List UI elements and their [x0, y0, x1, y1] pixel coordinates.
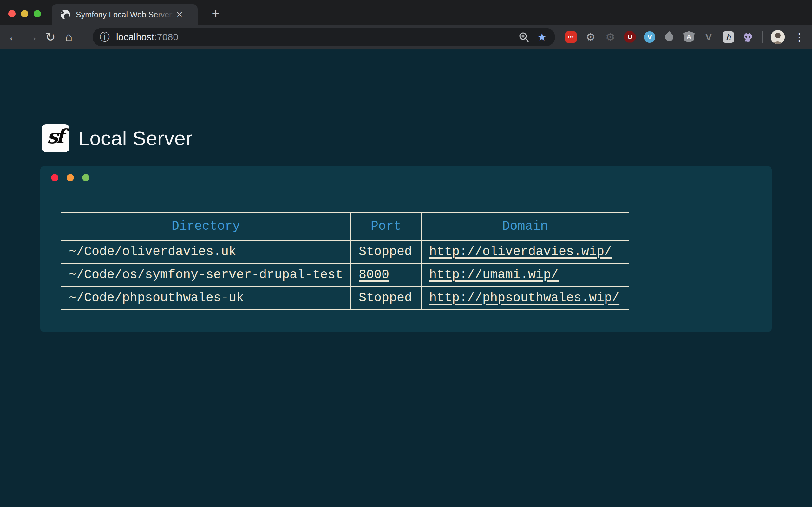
panel-dot-orange [67, 174, 74, 181]
window-zoom-button[interactable] [34, 10, 41, 17]
terminal-panel: Directory Port Domain ~/Code/oliverdavie… [40, 166, 772, 332]
address-bar[interactable]: ⓘ localhost:7080 ★ [93, 28, 555, 46]
github-extension-icon[interactable] [742, 32, 754, 43]
vue-extension-icon[interactable]: V [703, 32, 714, 43]
window-close-button[interactable] [8, 10, 15, 17]
port-status-cell: Stopped [351, 286, 421, 309]
table-row: ~/Code/oliverdavies.uk Stopped http://ol… [61, 240, 629, 263]
domain-link[interactable]: http://umami.wip/ [429, 268, 559, 282]
table-header-row: Directory Port Domain [61, 212, 629, 240]
directory-cell: ~/Code/os/symfony-server-drupal-test [61, 263, 351, 286]
extensions-cluster: ••• ⚙ ⚙ U V A V h ⋮ [565, 25, 808, 49]
angular-extension-icon[interactable]: A [683, 32, 695, 43]
domain-cell: http://phpsouthwales.wip/ [421, 286, 629, 309]
directory-cell: ~/Code/oliverdavies.uk [61, 240, 351, 263]
site-info-icon[interactable]: ⓘ [100, 30, 110, 44]
table-row: ~/Code/os/symfony-server-drupal-test 800… [61, 263, 629, 286]
domain-link[interactable]: http://phpsouthwales.wip/ [429, 291, 619, 305]
domain-cell: http://oliverdavies.wip/ [421, 240, 629, 263]
zoom-page-icon[interactable] [518, 32, 530, 43]
profile-avatar[interactable] [771, 30, 785, 44]
home-icon[interactable]: ⌂ [60, 28, 78, 46]
port-link[interactable]: 8000 [359, 268, 389, 282]
symfony-logo-icon: sf [42, 124, 69, 152]
port-status-cell: Stopped [351, 240, 421, 263]
panel-dot-green [82, 174, 90, 181]
ublock-extension-icon[interactable]: U [624, 32, 636, 43]
domain-cell: http://umami.wip/ [421, 263, 629, 286]
globe-favicon-icon [60, 9, 71, 20]
droplet-icon [664, 31, 675, 43]
panel-dot-red [51, 174, 58, 181]
url-text: localhost:7080 [116, 32, 178, 43]
column-header-directory: Directory [61, 212, 351, 240]
h-extension-icon[interactable]: h [722, 32, 734, 43]
toolbar-separator [762, 32, 763, 43]
lastpass-extension-icon[interactable]: ••• [565, 32, 577, 43]
drupal-extension-icon[interactable] [664, 32, 675, 43]
server-table: Directory Port Domain ~/Code/oliverdavie… [61, 212, 629, 310]
chrome-menu-icon[interactable]: ⋮ [794, 31, 804, 43]
gear-extension-icon[interactable]: ⚙ [585, 32, 596, 43]
new-tab-button[interactable]: + [207, 4, 224, 22]
forward-icon[interactable]: → [23, 28, 41, 46]
reload-icon[interactable]: ↻ [41, 28, 60, 46]
page-body: sf Local Server Directory Port Domain ~/… [0, 49, 812, 507]
column-header-port: Port [351, 212, 421, 240]
directory-cell: ~/Code/phpsouthwales-uk [61, 286, 351, 309]
port-cell: 8000 [351, 263, 421, 286]
column-header-domain: Domain [421, 212, 629, 240]
back-icon[interactable]: ← [4, 28, 23, 46]
gear-disabled-extension-icon[interactable]: ⚙ [605, 32, 616, 43]
page-title: Local Server [78, 127, 193, 150]
vimium-extension-icon[interactable]: V [644, 32, 655, 43]
window-minimize-button[interactable] [21, 10, 28, 17]
bookmark-star-icon[interactable]: ★ [537, 31, 547, 43]
tab-close-icon[interactable]: ✕ [176, 10, 183, 20]
tab-title: Symfony Local Web Server: Prox [76, 10, 174, 19]
browser-tab[interactable]: Symfony Local Web Server: Prox ✕ [52, 4, 198, 25]
table-row: ~/Code/phpsouthwales-uk Stopped http://p… [61, 286, 629, 309]
tab-strip: Symfony Local Web Server: Prox ✕ + [0, 0, 812, 25]
domain-link[interactable]: http://oliverdavies.wip/ [429, 245, 612, 259]
tab-title-fade [152, 10, 174, 19]
brand-header: sf Local Server [42, 124, 193, 152]
